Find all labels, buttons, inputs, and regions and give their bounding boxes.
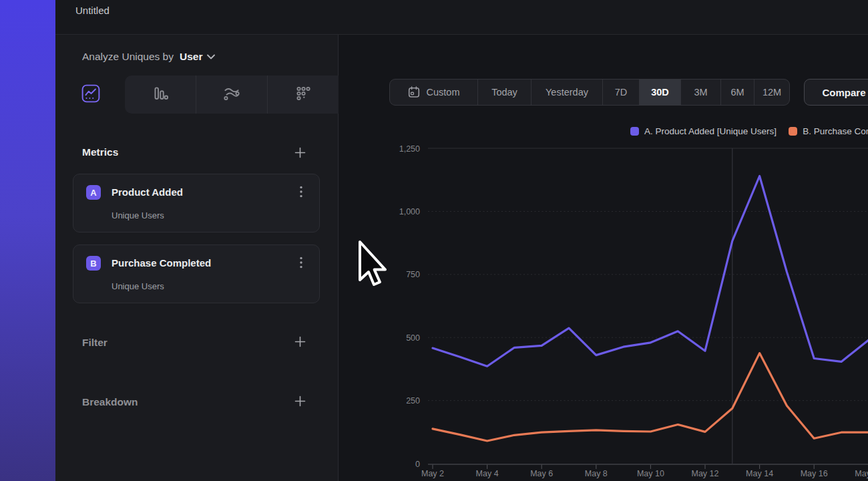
view-tab-group — [125, 75, 339, 114]
tab-bar-chart[interactable] — [125, 75, 196, 114]
x-axis-label: May 4 — [476, 469, 499, 478]
add-metric-button[interactable] — [293, 146, 306, 159]
plus-icon — [294, 336, 306, 349]
section-label: Breakdown — [82, 396, 138, 408]
metric-card[interactable]: BPurchase CompletedUnique Users — [73, 245, 320, 303]
metric-card[interactable]: AProduct AddedUnique Users — [73, 174, 320, 232]
x-axis-label: May 2 — [421, 469, 444, 478]
metrics-section-header: Metrics — [82, 146, 306, 159]
y-axis-label: 0 — [415, 460, 420, 469]
section-header-filter: Filter — [82, 336, 306, 349]
metric-title: Product Added — [112, 186, 183, 198]
metric-subtitle: Unique Users — [112, 281, 164, 291]
background-gradient — [0, 0, 55, 481]
top-bar: Untitled — [55, 0, 868, 35]
x-axis-label: May 18 — [855, 469, 868, 478]
y-axis-label: 250 — [406, 396, 420, 406]
kebab-icon — [300, 257, 302, 271]
cursor-arrow-icon — [357, 238, 387, 290]
view-type-tabs — [55, 75, 339, 114]
plus-icon — [294, 147, 306, 158]
section-label: Filter — [82, 337, 107, 349]
report-title: Untitled — [75, 5, 110, 16]
x-axis-label: May 16 — [801, 469, 828, 478]
metric-badge: A — [86, 185, 101, 200]
chart-panel: CustomTodayYesterday7D30D3M6M12M Compare… — [339, 35, 868, 481]
screenshot-root: Untitled Analyze Uniques by User Metrics — [0, 0, 868, 481]
series-line — [433, 353, 868, 441]
x-axis-label: May 10 — [637, 469, 664, 478]
sidebar: Analyze Uniques by User Metrics AProduc — [55, 35, 339, 481]
tab-grid-dots[interactable] — [267, 75, 339, 114]
line-chart-icon — [81, 84, 100, 106]
plus-icon — [294, 395, 306, 409]
analyze-by-row: Analyze Uniques by User — [82, 51, 215, 63]
analyze-by-dropdown[interactable]: User — [180, 51, 215, 63]
metric-menu-button[interactable] — [294, 185, 308, 200]
line-chart[interactable]: 02505007501,0001,250May 2May 4May 6May 8… — [339, 35, 868, 481]
kebab-icon — [300, 186, 302, 200]
y-axis-label: 500 — [406, 333, 420, 343]
metrics-heading: Metrics — [82, 146, 118, 158]
app-window: Untitled Analyze Uniques by User Metrics — [55, 0, 868, 481]
x-axis-label: May 6 — [530, 469, 553, 478]
flow-icon — [222, 84, 242, 106]
add-filter-button[interactable] — [293, 336, 306, 349]
tab-flow[interactable] — [196, 75, 267, 114]
section-header-breakdown: Breakdown — [82, 395, 306, 409]
metric-badge: B — [86, 256, 101, 271]
x-axis-label: May 12 — [692, 469, 719, 478]
x-axis-label: May 8 — [585, 469, 608, 478]
metric-menu-button[interactable] — [294, 256, 308, 271]
metric-title: Purchase Completed — [112, 257, 211, 269]
tab-line-chart[interactable] — [79, 85, 102, 105]
chevron-down-icon — [207, 54, 215, 59]
bar-chart-icon — [151, 84, 170, 106]
metric-subtitle: Unique Users — [112, 210, 164, 220]
analyze-by-label: Analyze Uniques by — [82, 51, 174, 63]
add-breakdown-button[interactable] — [293, 395, 306, 409]
analyze-by-value: User — [180, 51, 202, 63]
x-axis-label: May 14 — [746, 469, 773, 478]
y-axis-label: 1,250 — [399, 144, 420, 154]
grid-dots-icon — [294, 84, 312, 106]
y-axis-label: 1,000 — [399, 207, 420, 216]
y-axis-label: 750 — [406, 270, 420, 279]
